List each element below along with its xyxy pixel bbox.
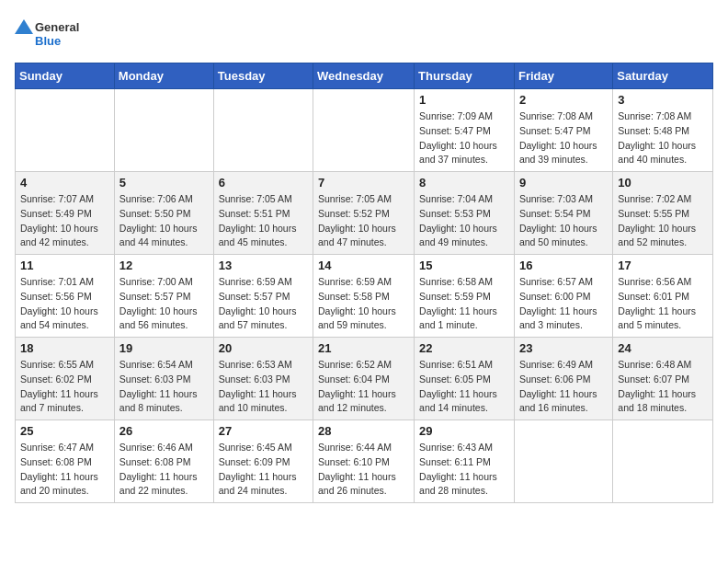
calendar-cell: 23Sunrise: 6:49 AMSunset: 6:06 PMDayligh…	[514, 338, 612, 420]
day-number: 27	[219, 424, 308, 438]
day-info: Sunrise: 7:04 AMSunset: 5:53 PMDaylight:…	[419, 192, 509, 250]
calendar-cell: 29Sunrise: 6:43 AMSunset: 6:11 PMDayligh…	[415, 420, 515, 503]
day-number: 29	[419, 424, 509, 438]
calendar-cell: 22Sunrise: 6:51 AMSunset: 6:05 PMDayligh…	[415, 338, 515, 420]
day-info: Sunrise: 7:02 AMSunset: 5:55 PMDaylight:…	[618, 192, 708, 250]
calendar-cell: 21Sunrise: 6:52 AMSunset: 6:04 PMDayligh…	[313, 338, 415, 420]
weekday-header: Friday	[514, 63, 612, 89]
day-info: Sunrise: 7:09 AMSunset: 5:47 PMDaylight:…	[419, 109, 509, 167]
day-number: 23	[519, 341, 608, 355]
day-info: Sunrise: 6:55 AMSunset: 6:02 PMDaylight:…	[20, 358, 109, 416]
calendar-cell: 7Sunrise: 7:05 AMSunset: 5:52 PMDaylight…	[313, 172, 415, 255]
calendar-cell: 9Sunrise: 7:03 AMSunset: 5:54 PMDaylight…	[514, 172, 612, 255]
day-number: 4	[20, 176, 109, 190]
calendar-week-row: 1Sunrise: 7:09 AMSunset: 5:47 PMDaylight…	[16, 89, 713, 172]
day-number: 3	[618, 93, 708, 107]
calendar-cell: 11Sunrise: 7:01 AMSunset: 5:56 PMDayligh…	[16, 255, 115, 338]
day-number: 19	[119, 341, 209, 355]
day-info: Sunrise: 7:08 AMSunset: 5:48 PMDaylight:…	[618, 109, 708, 167]
calendar-table: SundayMondayTuesdayWednesdayThursdayFrid…	[15, 63, 713, 503]
day-number: 20	[219, 341, 308, 355]
day-number: 21	[318, 341, 409, 355]
day-number: 25	[20, 424, 109, 438]
day-info: Sunrise: 6:48 AMSunset: 6:07 PMDaylight:…	[618, 358, 708, 416]
calendar-cell: 3Sunrise: 7:08 AMSunset: 5:48 PMDaylight…	[613, 89, 713, 172]
calendar-cell	[213, 89, 313, 172]
day-info: Sunrise: 6:46 AMSunset: 6:08 PMDaylight:…	[119, 441, 209, 499]
day-number: 15	[419, 259, 509, 272]
calendar-cell: 17Sunrise: 6:56 AMSunset: 6:01 PMDayligh…	[613, 255, 713, 338]
day-info: Sunrise: 6:51 AMSunset: 6:05 PMDaylight:…	[419, 358, 509, 416]
day-number: 9	[519, 176, 608, 190]
day-number: 1	[419, 93, 509, 107]
day-number: 16	[519, 259, 608, 272]
day-info: Sunrise: 7:06 AMSunset: 5:50 PMDaylight:…	[119, 192, 209, 250]
day-info: Sunrise: 7:03 AMSunset: 5:54 PMDaylight:…	[519, 192, 608, 250]
day-info: Sunrise: 7:05 AMSunset: 5:52 PMDaylight:…	[318, 192, 409, 250]
calendar-cell: 15Sunrise: 6:58 AMSunset: 5:59 PMDayligh…	[415, 255, 515, 338]
day-info: Sunrise: 6:59 AMSunset: 5:57 PMDaylight:…	[219, 275, 308, 333]
day-info: Sunrise: 6:53 AMSunset: 6:03 PMDaylight:…	[219, 358, 308, 416]
weekday-header: Sunday	[16, 63, 115, 89]
day-info: Sunrise: 6:45 AMSunset: 6:09 PMDaylight:…	[219, 441, 308, 499]
calendar-cell: 8Sunrise: 7:04 AMSunset: 5:53 PMDaylight…	[415, 172, 515, 255]
day-info: Sunrise: 6:52 AMSunset: 6:04 PMDaylight:…	[318, 358, 409, 416]
weekday-header: Monday	[114, 63, 213, 89]
calendar-cell	[613, 420, 713, 503]
day-info: Sunrise: 7:08 AMSunset: 5:47 PMDaylight:…	[519, 109, 608, 167]
calendar-cell: 19Sunrise: 6:54 AMSunset: 6:03 PMDayligh…	[114, 338, 213, 420]
day-info: Sunrise: 6:58 AMSunset: 5:59 PMDaylight:…	[419, 275, 509, 333]
day-number: 12	[119, 259, 209, 272]
calendar-cell: 1Sunrise: 7:09 AMSunset: 5:47 PMDaylight…	[415, 89, 515, 172]
day-number: 10	[618, 176, 708, 190]
day-number: 7	[318, 176, 409, 190]
calendar-cell: 5Sunrise: 7:06 AMSunset: 5:50 PMDaylight…	[114, 172, 213, 255]
day-info: Sunrise: 6:43 AMSunset: 6:11 PMDaylight:…	[419, 441, 509, 499]
calendar-cell: 24Sunrise: 6:48 AMSunset: 6:07 PMDayligh…	[613, 338, 713, 420]
calendar-week-row: 4Sunrise: 7:07 AMSunset: 5:49 PMDaylight…	[16, 172, 713, 255]
header: General Blue	[15, 15, 713, 53]
calendar-cell	[514, 420, 612, 503]
calendar-cell	[114, 89, 213, 172]
calendar-cell: 16Sunrise: 6:57 AMSunset: 6:00 PMDayligh…	[514, 255, 612, 338]
calendar-cell: 28Sunrise: 6:44 AMSunset: 6:10 PMDayligh…	[313, 420, 415, 503]
calendar-cell: 26Sunrise: 6:46 AMSunset: 6:08 PMDayligh…	[114, 420, 213, 503]
svg-text:Blue: Blue	[35, 34, 61, 48]
day-info: Sunrise: 7:01 AMSunset: 5:56 PMDaylight:…	[20, 275, 109, 333]
day-number: 2	[519, 93, 608, 107]
day-number: 17	[618, 259, 708, 272]
calendar-cell: 13Sunrise: 6:59 AMSunset: 5:57 PMDayligh…	[213, 255, 313, 338]
calendar-cell: 20Sunrise: 6:53 AMSunset: 6:03 PMDayligh…	[213, 338, 313, 420]
day-info: Sunrise: 7:05 AMSunset: 5:51 PMDaylight:…	[219, 192, 308, 250]
day-number: 28	[318, 424, 409, 438]
calendar-cell: 6Sunrise: 7:05 AMSunset: 5:51 PMDaylight…	[213, 172, 313, 255]
calendar-cell: 25Sunrise: 6:47 AMSunset: 6:08 PMDayligh…	[16, 420, 115, 503]
weekday-header: Thursday	[415, 63, 515, 89]
calendar-cell: 14Sunrise: 6:59 AMSunset: 5:58 PMDayligh…	[313, 255, 415, 338]
day-number: 13	[219, 259, 308, 272]
day-info: Sunrise: 6:57 AMSunset: 6:00 PMDaylight:…	[519, 275, 608, 333]
calendar-cell: 10Sunrise: 7:02 AMSunset: 5:55 PMDayligh…	[613, 172, 713, 255]
calendar-week-row: 11Sunrise: 7:01 AMSunset: 5:56 PMDayligh…	[16, 255, 713, 338]
svg-marker-2	[15, 19, 33, 34]
day-number: 6	[219, 176, 308, 190]
day-info: Sunrise: 6:54 AMSunset: 6:03 PMDaylight:…	[119, 358, 209, 416]
weekday-header: Tuesday	[213, 63, 313, 89]
day-info: Sunrise: 7:00 AMSunset: 5:57 PMDaylight:…	[119, 275, 209, 333]
day-info: Sunrise: 6:49 AMSunset: 6:06 PMDaylight:…	[519, 358, 608, 416]
day-info: Sunrise: 6:47 AMSunset: 6:08 PMDaylight:…	[20, 441, 109, 499]
calendar-week-row: 18Sunrise: 6:55 AMSunset: 6:02 PMDayligh…	[16, 338, 713, 420]
day-info: Sunrise: 6:56 AMSunset: 6:01 PMDaylight:…	[618, 275, 708, 333]
day-number: 5	[119, 176, 209, 190]
day-number: 8	[419, 176, 509, 190]
calendar-week-row: 25Sunrise: 6:47 AMSunset: 6:08 PMDayligh…	[16, 420, 713, 503]
day-info: Sunrise: 6:44 AMSunset: 6:10 PMDaylight:…	[318, 441, 409, 499]
day-info: Sunrise: 6:59 AMSunset: 5:58 PMDaylight:…	[318, 275, 409, 333]
day-number: 22	[419, 341, 509, 355]
day-number: 11	[20, 259, 109, 272]
logo-svg: General Blue	[15, 15, 88, 53]
day-number: 14	[318, 259, 409, 272]
calendar-cell: 27Sunrise: 6:45 AMSunset: 6:09 PMDayligh…	[213, 420, 313, 503]
weekday-header-row: SundayMondayTuesdayWednesdayThursdayFrid…	[16, 63, 713, 89]
day-info: Sunrise: 7:07 AMSunset: 5:49 PMDaylight:…	[20, 192, 109, 250]
